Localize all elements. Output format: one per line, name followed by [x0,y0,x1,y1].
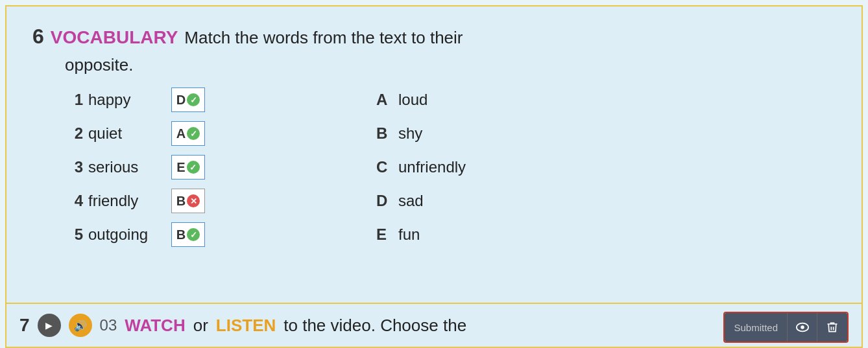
check-icon: ✓ [187,228,200,241]
or-text: or [193,316,208,336]
answer-box[interactable]: B ✕ [171,189,205,213]
cross-icon: ✕ [187,194,200,207]
list-item: B shy [376,119,836,148]
section-subtitle: opposite. [65,55,836,75]
right-column: A loud B shy C unfriendly D sad E fun [376,86,836,249]
section-7-number: 7 [19,315,30,336]
answer-letter: D [176,93,186,108]
answer-letter: B [176,227,186,242]
option-word: unfriendly [398,158,466,176]
check-icon: ✓ [187,93,200,106]
row-number: 1 [65,91,83,109]
answer-box[interactable]: D ✓ [171,87,205,112]
option-letter: B [376,124,392,143]
check-icon: ✓ [187,161,200,174]
row-word: happy [88,91,166,109]
track-number: 03 [100,316,117,334]
option-letter: A [376,91,392,109]
answer-letter: A [176,126,186,141]
delete-button[interactable] [817,313,847,342]
table-row: 1 happy D ✓ [65,86,376,114]
view-button[interactable] [788,313,817,342]
list-item: A loud [376,86,836,114]
content-area: 6 VOCABULARY Match the words from the te… [5,5,863,348]
rest-text: to the video. Choose the [283,316,466,336]
answer-letter: B [176,194,186,209]
play-button[interactable]: ▶ [38,314,61,337]
row-number: 5 [65,226,83,244]
watch-label: WATCH [125,316,185,336]
section-number: 6 [32,25,44,49]
section-7-content: 7 ▶ 🔊 03 WATCH or LISTEN to the video. C… [19,314,466,337]
section-title: 6 VOCABULARY Match the words from the te… [32,25,836,49]
table-row: 5 outgoing B ✓ [65,220,376,249]
list-item: D sad [376,187,836,215]
option-word: sad [398,192,424,210]
section-keyword: VOCABULARY [51,27,178,48]
table-row: 2 quiet A ✓ [65,119,376,148]
eye-icon [795,320,810,334]
submitted-label: Submitted [725,313,788,342]
option-word: fun [398,226,420,244]
left-column: 1 happy D ✓ 2 quiet A ✓ [65,86,376,249]
section-6: 6 VOCABULARY Match the words from the te… [6,6,862,262]
row-number: 3 [65,158,83,176]
list-item: E fun [376,220,836,249]
option-letter: C [376,158,392,176]
table-row: 4 friendly B ✕ [65,187,376,215]
section-instruction: Match the words from the text to their [184,28,463,48]
option-word: shy [398,124,422,143]
listen-label: LISTEN [216,316,276,336]
answer-letter: E [176,160,185,175]
answer-box[interactable]: B ✓ [171,222,205,247]
submitted-toolbar: Submitted [723,312,849,343]
row-word: friendly [88,192,166,210]
option-word: loud [398,91,428,109]
option-letter: E [376,226,392,244]
row-number: 4 [65,192,83,210]
row-word: quiet [88,124,166,143]
svg-point-1 [801,325,804,329]
answer-box[interactable]: A ✓ [171,121,205,146]
option-letter: D [376,192,392,210]
trash-icon [826,320,839,334]
row-word: outgoing [88,226,166,244]
check-icon: ✓ [187,127,200,140]
matching-area: 1 happy D ✓ 2 quiet A ✓ [65,86,836,249]
table-row: 3 serious E ✓ [65,153,376,181]
audio-button[interactable]: 🔊 [69,314,92,337]
list-item: C unfriendly [376,153,836,181]
row-number: 2 [65,124,83,143]
answer-box[interactable]: E ✓ [171,155,205,180]
row-word: serious [88,158,166,176]
